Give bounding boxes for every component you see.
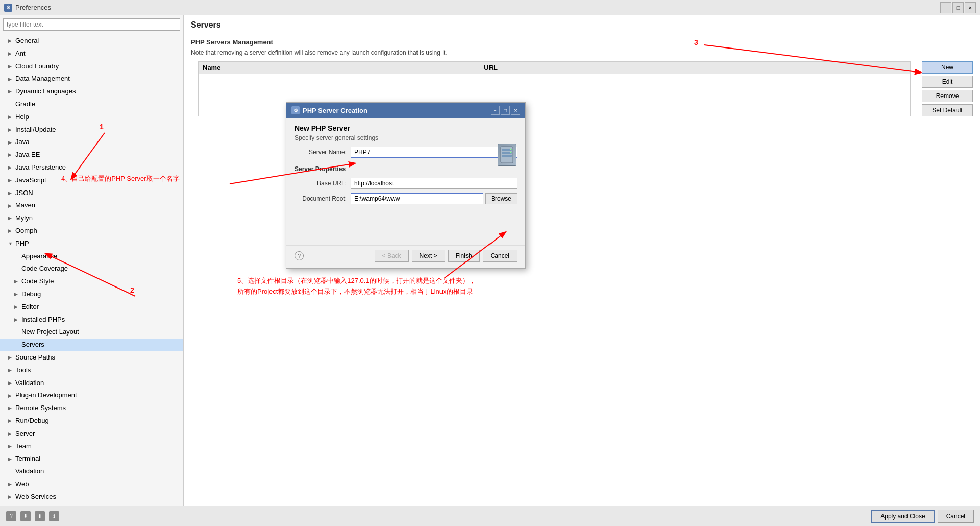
sidebar-item-general[interactable]: ▶General [0, 35, 183, 47]
sidebar-item-maven[interactable]: ▶Maven [0, 199, 183, 212]
dialog-controls: − □ × [491, 106, 520, 115]
sidebar: ▶General ▶Ant ▶Cloud Foundry ▶Data Manag… [0, 15, 184, 506]
sidebar-item-help[interactable]: ▶Help [0, 111, 183, 124]
sidebar-item-dynamic-languages[interactable]: ▶Dynamic Languages [0, 85, 183, 98]
filter-input[interactable] [3, 18, 180, 31]
back-button[interactable]: < Back [375, 250, 409, 262]
sidebar-item-plugin-development[interactable]: ▶Plug-in Development [0, 389, 183, 402]
sidebar-item-gradle[interactable]: Gradle [0, 98, 183, 111]
dialog-icon: ⚙ [291, 106, 300, 114]
server-name-input[interactable] [351, 147, 517, 158]
dialog-heading: New PHP Server [295, 124, 517, 132]
cancel-button[interactable]: Cancel [938, 510, 974, 523]
dialog-cancel-button[interactable]: Cancel [483, 250, 517, 262]
window-title: Preferences [15, 4, 51, 11]
col-name-header: Name [203, 64, 484, 71]
sidebar-item-run-debug[interactable]: ▶Run/Debug [0, 415, 183, 427]
remove-button[interactable]: Remove [922, 90, 973, 102]
export-icon[interactable]: ⬆ [35, 511, 45, 521]
edit-button[interactable]: Edit [922, 76, 973, 88]
svg-point-4 [510, 149, 512, 150]
sidebar-item-mylyn[interactable]: ▶Mylyn [0, 212, 183, 225]
sidebar-item-code-style[interactable]: ▶Code Style [0, 275, 183, 288]
svg-rect-3 [502, 155, 512, 157]
apply-close-button[interactable]: Apply and Close [871, 510, 934, 523]
sidebar-item-web-services[interactable]: ▶Web Services [0, 491, 183, 504]
spacer [295, 208, 517, 239]
dialog-body: New PHP Server Specify server general se… [286, 118, 525, 245]
sidebar-item-php[interactable]: ▼PHP [0, 237, 183, 250]
dialog-footer-buttons: < Back Next > Finish Cancel [375, 250, 517, 262]
server-icon-area [497, 144, 517, 168]
base-url-label: Base URL: [295, 180, 351, 187]
server-name-row: Server Name: [295, 147, 517, 158]
maximize-button[interactable]: □ [952, 2, 964, 13]
sidebar-item-servers[interactable]: Servers [0, 339, 183, 351]
dialog-titlebar: ⚙ PHP Server Creation − □ × [286, 103, 525, 118]
sidebar-item-data-management[interactable]: ▶Data Management [0, 73, 183, 85]
base-url-input[interactable] [351, 178, 517, 189]
sidebar-item-validation[interactable]: ▶Validation [0, 377, 183, 390]
dialog-help-icon[interactable]: ? [295, 251, 304, 260]
sidebar-item-javascript[interactable]: ▶JavaScript [0, 174, 183, 187]
doc-root-input[interactable] [351, 193, 483, 204]
set-default-button[interactable]: Set Default [922, 104, 973, 116]
sidebar-item-team[interactable]: ▶Team [0, 440, 183, 453]
sidebar-item-source-paths[interactable]: ▶Source Paths [0, 351, 183, 364]
title-bar: ⚙ Preferences − □ × [0, 0, 980, 15]
side-buttons-panel: New Edit Remove Set Default [922, 61, 973, 116]
sidebar-item-installed-phps[interactable]: ▶Installed PHPs [0, 314, 183, 326]
server-properties-title: Server Properties [295, 163, 517, 175]
server-icon [498, 144, 516, 166]
dialog-maximize-button[interactable]: □ [501, 106, 510, 115]
close-button[interactable]: × [965, 2, 976, 13]
help-icon[interactable]: ? [6, 511, 16, 521]
sidebar-item-validation2[interactable]: Validation [0, 465, 183, 478]
bottom-bar: ? ⬇ ⬆ ℹ Apply and Close Cancel [0, 506, 980, 526]
sidebar-item-ant[interactable]: ▶Ant [0, 47, 183, 60]
sidebar-item-terminal[interactable]: ▶Terminal [0, 452, 183, 465]
sidebar-item-cloud-foundry[interactable]: ▶Cloud Foundry [0, 60, 183, 73]
dialog-title: PHP Server Creation [303, 107, 368, 114]
app-icon: ⚙ [4, 4, 12, 12]
sidebar-item-editor[interactable]: ▶Editor [0, 301, 183, 314]
sidebar-item-remote-systems[interactable]: ▶Remote Systems [0, 402, 183, 415]
sidebar-item-server[interactable]: ▶Server [0, 427, 183, 440]
sidebar-item-appearance[interactable]: Appearance [0, 250, 183, 263]
php-server-creation-dialog: ⚙ PHP Server Creation − □ × New PHP Serv… [286, 102, 526, 269]
bottom-left-icons: ? ⬇ ⬆ ℹ [6, 511, 59, 521]
finish-button[interactable]: Finish [448, 250, 480, 262]
next-button[interactable]: Next > [412, 250, 445, 262]
info-icon[interactable]: ℹ [49, 511, 59, 521]
sidebar-item-json[interactable]: ▶JSON [0, 187, 183, 200]
panel-title: Servers [184, 15, 980, 33]
sidebar-item-java-ee[interactable]: ▶Java EE [0, 149, 183, 161]
php-servers-note: Note that removing a server definition w… [184, 49, 980, 61]
server-name-label: Server Name: [295, 149, 351, 156]
sidebar-item-web[interactable]: ▶Web [0, 478, 183, 491]
doc-root-label: Document Root: [295, 195, 351, 202]
main-layout: ▶General ▶Ant ▶Cloud Foundry ▶Data Manag… [0, 15, 980, 526]
browse-button[interactable]: Browse [485, 193, 517, 204]
window-controls: − □ × [940, 2, 976, 13]
sidebar-item-debug[interactable]: ▶Debug [0, 288, 183, 301]
php-servers-header: PHP Servers Management [184, 33, 980, 49]
doc-root-row: Document Root: Browse [295, 193, 517, 204]
import-icon[interactable]: ⬇ [20, 511, 31, 521]
svg-point-5 [510, 152, 512, 153]
table-header: Name URL [199, 62, 910, 74]
sidebar-item-install-update[interactable]: ▶Install/Update [0, 124, 183, 136]
dialog-minimize-button[interactable]: − [491, 106, 500, 115]
sidebar-item-tools[interactable]: ▶Tools [0, 364, 183, 377]
dialog-footer: ? < Back Next > Finish Cancel [286, 245, 525, 268]
sidebar-item-oomph[interactable]: ▶Oomph [0, 225, 183, 237]
col-url-header: URL [484, 64, 906, 71]
minimize-button[interactable]: − [940, 2, 951, 13]
sidebar-item-java[interactable]: ▶Java [0, 136, 183, 149]
sidebar-item-java-persistence[interactable]: ▶Java Persistence [0, 161, 183, 174]
tree-area: ▶General ▶Ant ▶Cloud Foundry ▶Data Manag… [0, 34, 183, 506]
sidebar-item-new-project-layout[interactable]: New Project Layout [0, 326, 183, 339]
sidebar-item-code-coverage[interactable]: Code Coverage [0, 262, 183, 275]
new-button[interactable]: New [922, 61, 973, 74]
dialog-close-button[interactable]: × [511, 106, 520, 115]
